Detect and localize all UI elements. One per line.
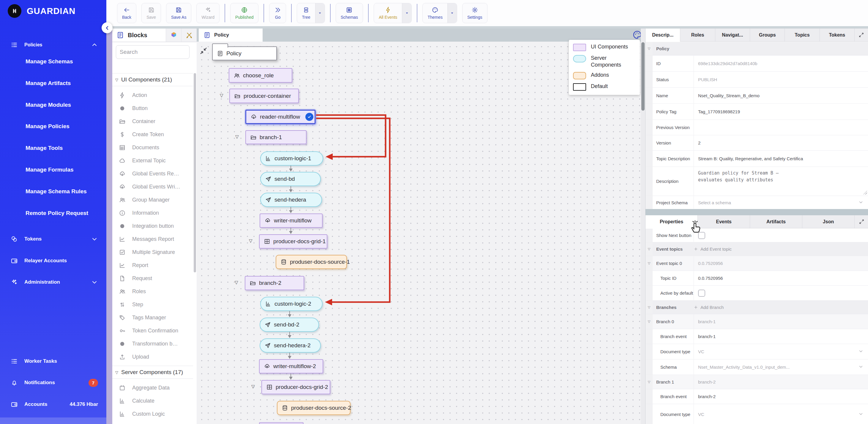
descr-expand-icon[interactable] xyxy=(855,29,868,41)
field-version[interactable]: 2 xyxy=(694,135,868,150)
sidebar-subitem-remote-policy-request[interactable]: Remote Policy Request xyxy=(26,210,88,217)
node-custom-logic-2[interactable]: custom-logic-2 xyxy=(260,297,322,311)
field-status[interactable]: PUBLISH xyxy=(694,72,868,87)
all-events-button[interactable]: All Events xyxy=(374,3,412,23)
sidebar-subitem-manage-schema-rules[interactable]: Manage Schema Rules xyxy=(26,188,87,195)
block-item-documents[interactable]: Documents xyxy=(112,141,193,154)
panel-divider[interactable] xyxy=(646,209,868,215)
canvas-tab-policy[interactable]: Policy xyxy=(199,29,262,41)
go-button[interactable]: Go xyxy=(269,3,286,23)
tools-tab[interactable] xyxy=(181,29,197,41)
node-writer-multiflow-2[interactable]: writer-multiflow-2 xyxy=(259,359,323,373)
props-tab-properties[interactable]: Properties xyxy=(646,215,698,228)
field-document-type[interactable]: VC xyxy=(694,344,868,359)
sidebar-collapse-button[interactable] xyxy=(102,22,113,33)
tree-button[interactable]: Tree xyxy=(297,3,325,23)
expander-producer-container[interactable]: ▽ xyxy=(220,93,223,98)
block-item-multiple-signature[interactable]: Multiple Signature xyxy=(112,246,193,259)
components-cube-tab[interactable] xyxy=(166,29,181,41)
node-custom-logic-1[interactable]: custom-logic-1 xyxy=(260,151,323,166)
block-item-tags-manager[interactable]: Tags Manager xyxy=(112,311,193,324)
blocks-scrollbar[interactable] xyxy=(194,73,196,272)
node-produser-docs-source-2[interactable]: produser-docs-source-2 xyxy=(277,401,350,415)
node-branch-1[interactable]: branch-1 xyxy=(245,130,307,144)
block-item-custom-logic[interactable]: Custom Logic xyxy=(112,407,193,420)
sidebar-subitem-manage-modules[interactable]: Manage Modules xyxy=(26,102,71,108)
node-producer-docs-grid-2[interactable]: producer-docs-grid-2 xyxy=(261,380,330,394)
add-button[interactable]: Add Event topic xyxy=(694,247,732,252)
field-branch-event[interactable]: branch-1 xyxy=(694,329,868,344)
sidebar-subitem-manage-policies[interactable]: Manage Policies xyxy=(26,123,69,130)
node-send-bd-2[interactable]: send-bd-2 xyxy=(260,317,319,332)
block-item-transformation-b-[interactable]: Transformation b… xyxy=(112,337,193,350)
node-send-hedera[interactable]: send-hedera xyxy=(260,193,322,207)
expander-branch-1[interactable]: ▽ xyxy=(235,134,239,139)
field-project-schema[interactable]: Select a schema xyxy=(694,196,868,209)
descr-tab-roles[interactable]: Roles xyxy=(680,29,715,41)
block-item-messages-report[interactable]: Messages Report xyxy=(112,232,193,246)
sidebar-item-tokens[interactable]: Tokens xyxy=(0,232,106,246)
checkbox[interactable] xyxy=(698,290,705,297)
block-item-upload[interactable]: Upload xyxy=(112,350,193,363)
node-producer-docs-grid-1[interactable]: producer-docs-grid-1 xyxy=(259,234,328,249)
sidebar-subitem-manage-formulas[interactable]: Manage Formulas xyxy=(26,167,74,173)
block-item-group-manager[interactable]: Group Manager xyxy=(112,193,193,206)
field-policy-tag[interactable]: Tag_1770918698219 xyxy=(694,104,868,119)
block-item-report[interactable]: Report xyxy=(112,259,193,272)
expander-producer-docs-grid-1[interactable]: ▽ xyxy=(249,238,252,244)
node-send-hedera-2[interactable]: send-hedera-2 xyxy=(260,338,321,352)
published-button[interactable]: Published xyxy=(230,3,259,23)
block-item-token-confirmation[interactable]: Token Confirmation xyxy=(112,324,193,337)
back-button[interactable]: Back xyxy=(117,3,136,23)
props-tab-json[interactable]: Json xyxy=(802,215,855,228)
canvas-grid[interactable]: Policychoose_roleproducer-container▽read… xyxy=(197,41,641,424)
sidebar-item-accounts[interactable]: Accounts44.376 Hbar xyxy=(0,398,106,411)
block-item-create-token[interactable]: Create Token xyxy=(112,128,193,141)
sidebar-subitem-manage-artifacts[interactable]: Manage Artifacts xyxy=(26,80,71,87)
block-item-aggregate-data[interactable]: Aggregate Data xyxy=(112,381,193,394)
props-tab-events[interactable]: Events xyxy=(698,215,750,228)
descr-tab-tokens[interactable]: Tokens xyxy=(820,29,855,41)
section-header-server-components-17-[interactable]: ▽Server Components (17) xyxy=(112,366,193,379)
blocks-tab[interactable]: Blocks xyxy=(112,29,166,41)
field-id[interactable]: 698e133dc29d42d7a0d8140b xyxy=(694,56,868,72)
sidebar-item-relayer-accounts[interactable]: Relayer Accounts xyxy=(0,254,106,267)
block-item-external-data[interactable]: External Data xyxy=(112,420,193,424)
field-description[interactable]: Guardian policy for Stream B — evaluates… xyxy=(694,167,868,196)
node-produser-docs-source-1[interactable]: produser-docs-source-1 xyxy=(276,255,347,269)
block-item-information[interactable]: Information xyxy=(112,206,193,220)
field-name[interactable]: Nset_Quality_Stream_B_demo xyxy=(694,88,868,104)
node-send-bd[interactable]: send-bd xyxy=(260,172,321,186)
block-item-container[interactable]: Container xyxy=(112,115,193,128)
themes-dropdown-arrow[interactable] xyxy=(447,3,457,23)
checkbox[interactable] xyxy=(698,232,705,239)
block-item-button[interactable]: Button xyxy=(112,102,193,115)
search-input[interactable] xyxy=(120,49,192,55)
sidebar-item-administration[interactable]: Administration xyxy=(0,275,106,289)
field-branch-event[interactable]: branch-2 xyxy=(694,389,868,404)
block-item-calculate[interactable]: Calculate xyxy=(112,394,193,407)
descr-tab-groups[interactable]: Groups xyxy=(750,29,785,41)
sidebar-item-policies[interactable]: Policies xyxy=(0,38,106,52)
expander-producer-docs-grid-2[interactable]: ▽ xyxy=(251,384,255,389)
field-schema[interactable]: Nset_Master_Activity_Data_v1.0_input_dem… xyxy=(694,360,868,375)
tree-dropdown-arrow[interactable] xyxy=(315,3,325,23)
block-item-integration-button[interactable]: Integration button xyxy=(112,220,193,232)
block-item-global-events-re-[interactable]: Global Events Re… xyxy=(112,167,193,180)
block-item-external-topic[interactable]: External Topic xyxy=(112,154,193,167)
field-show-next-button[interactable] xyxy=(694,229,868,242)
canvas-scrollbar[interactable] xyxy=(641,29,645,424)
node-reader-multiflow[interactable]: reader-multiflow xyxy=(245,110,315,124)
all events-dropdown-arrow[interactable] xyxy=(402,3,411,23)
sidebar-subitem-manage-schemas[interactable]: Manage Schemas xyxy=(26,58,73,65)
sidebar-item-worker-tasks[interactable]: Worker Tasks xyxy=(0,355,106,368)
node-choose_role[interactable]: choose_role xyxy=(229,68,292,83)
fit-to-screen-icon[interactable] xyxy=(199,47,210,57)
props-expand-icon[interactable] xyxy=(855,215,868,228)
wizard-button[interactable]: Wizard xyxy=(196,3,219,23)
node-producer-container[interactable]: producer-container xyxy=(229,89,299,103)
expander-branch-2[interactable]: ▽ xyxy=(235,280,238,285)
field-topic-description[interactable]: Stream B: Quality, Regenerative, and Saf… xyxy=(694,151,868,167)
block-item-roles[interactable]: Roles xyxy=(112,285,193,298)
save-as-button[interactable]: Save As xyxy=(166,3,191,23)
